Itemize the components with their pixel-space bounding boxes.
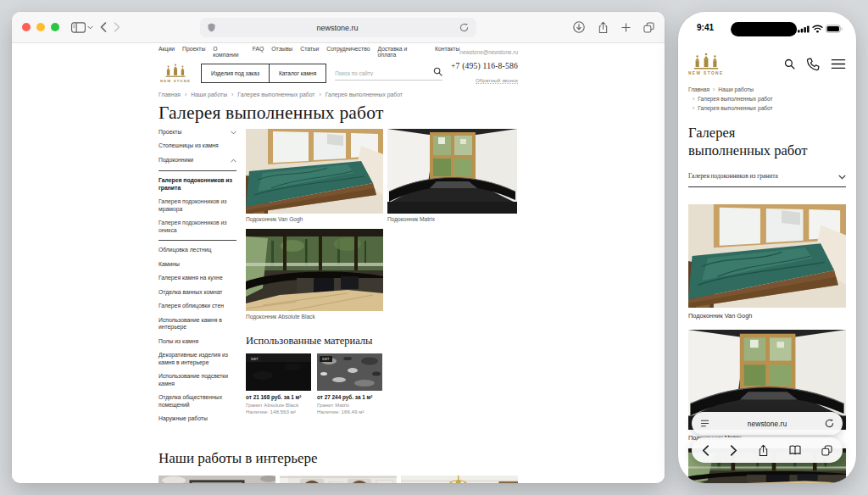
works-title: Наши работы в интерьере <box>159 450 518 467</box>
interior-works-row <box>159 476 518 483</box>
callback-link[interactable]: Обратный звонок <box>476 77 518 84</box>
gallery-main: Подоконник Van Gogh Подоконник Matrix По… <box>246 129 518 430</box>
sidebar-item-kitchen[interactable]: Галерея камня на кухне <box>159 275 236 281</box>
forward-button[interactable] <box>114 22 120 32</box>
interior-work-photo-2[interactable] <box>280 476 397 483</box>
van-gogh-windowsill-photo[interactable] <box>246 129 383 214</box>
sidebar-item-fireplaces[interactable]: Камины <box>159 261 236 268</box>
tabs-icon[interactable] <box>821 445 832 456</box>
gallery-item-absolute-black[interactable]: Подоконник Absolute Black <box>246 229 518 320</box>
category-dropdown[interactable]: Галерея подоконников из гранита <box>688 172 846 187</box>
share-icon[interactable] <box>598 21 609 34</box>
url-text: newstone.ru <box>215 24 459 32</box>
tab-overview-icon[interactable] <box>643 22 654 33</box>
breadcrumb-gallery[interactable]: Галерея выполненных работ <box>237 92 314 97</box>
sidebar-item-public-spaces[interactable]: Отделка общественных помещений <box>159 394 236 409</box>
wifi-icon <box>812 25 823 33</box>
search-icon[interactable] <box>433 67 442 76</box>
phone-icon[interactable] <box>806 58 820 71</box>
fullscreen-button[interactable] <box>51 23 59 31</box>
sidebar-item-countertops[interactable]: Столешницы из камня <box>159 142 236 149</box>
breadcrumb-separator: › <box>185 92 186 97</box>
back-button[interactable] <box>100 22 107 32</box>
new-tab-icon[interactable] <box>621 23 631 32</box>
custom-products-button[interactable]: Изделия под заказ <box>201 64 270 83</box>
sidebar-item-outdoor[interactable]: Наружные работы <box>159 415 236 422</box>
nav-link-contacts[interactable]: Контакты <box>435 46 459 58</box>
nav-link-reviews[interactable]: Отзывы <box>271 46 292 58</box>
share-icon[interactable] <box>758 444 769 457</box>
email-link[interactable]: newstone@newstone.ru <box>459 49 518 55</box>
mobile-address-bar[interactable]: newstone.ru <box>692 412 843 435</box>
nav-link-faq[interactable]: FAQ <box>253 46 264 58</box>
reload-icon[interactable] <box>825 419 834 428</box>
nav-link-about[interactable]: О компании <box>213 46 244 58</box>
nav-link-promos[interactable]: Акции <box>159 46 175 58</box>
matrix-windowsill-photo[interactable] <box>387 129 517 214</box>
dropdown-label: Галерея подоконников из гранита <box>688 172 778 180</box>
site-search[interactable] <box>335 67 442 81</box>
sidebar-item-lighting[interactable]: Использование подсветки камня <box>159 373 236 387</box>
van-gogh-windowsill-photo[interactable] <box>688 204 846 308</box>
breadcrumb-home[interactable]: Главная <box>688 86 709 95</box>
nav-link-delivery[interactable]: Доставка и оплата <box>377 46 427 58</box>
address-bar[interactable]: newstone.ru <box>200 18 476 37</box>
nav-link-articles[interactable]: Статьи <box>300 46 319 58</box>
interior-work-photo-3[interactable] <box>401 476 518 483</box>
sidebar-subitem-onyx[interactable]: Галерея подоконников из оникса <box>159 220 236 235</box>
sidebar-item-floors[interactable]: Полы из камня <box>159 338 236 345</box>
nav-link-cooperation[interactable]: Сотрудничество <box>326 46 370 58</box>
search-input[interactable] <box>335 70 433 76</box>
material-card-absolute-black[interactable]: ХИТ от 21 168 руб. за 1 м² Гранит Absolu… <box>246 353 311 414</box>
interior-work-photo-1[interactable] <box>159 476 275 483</box>
toolbar-actions <box>573 21 654 34</box>
search-icon[interactable] <box>784 58 795 70</box>
absolute-black-windowsill-photo[interactable] <box>246 229 383 311</box>
gallery-item-van-gogh[interactable]: Подоконник Van Gogh <box>246 129 383 222</box>
minimize-button[interactable] <box>36 23 45 31</box>
sidebar-item-bathrooms[interactable]: Отделка ванных комнат <box>159 289 236 296</box>
sidebar-toggle-icon[interactable] <box>71 22 93 33</box>
sidebar-item-interior-stone[interactable]: Использование камня в интерьере <box>159 317 236 331</box>
breadcrumb: Главная › Наши работы › Галерея выполнен… <box>159 92 518 97</box>
reload-icon[interactable] <box>459 23 469 32</box>
divider <box>159 170 236 171</box>
downloads-icon[interactable] <box>573 21 585 33</box>
sidebar-subitem-marble[interactable]: Галерея подоконников из мрамора <box>159 198 236 214</box>
back-icon[interactable] <box>702 445 709 456</box>
safari-window: newstone.ru Акции Проекты О компании FAQ <box>12 12 665 483</box>
nav-link-projects[interactable]: Проекты <box>182 46 205 58</box>
chevron-up-icon <box>231 159 236 163</box>
material-stock: Наличие: 166.49 м² <box>317 409 382 414</box>
mobile-site-logo[interactable]: NEW STONE <box>688 53 724 75</box>
breadcrumb-our-works[interactable]: Наши работы <box>718 86 754 95</box>
gallery-caption: Подоконник Van Gogh <box>688 312 846 320</box>
menu-icon[interactable] <box>831 58 846 70</box>
sidebar-item-windowsills[interactable]: Подоконники <box>159 157 236 164</box>
mobile-header-icons <box>784 58 846 71</box>
sidebar-subitem-granite[interactable]: Галерея подоконников из гранита <box>159 177 236 192</box>
breadcrumb-separator: › <box>693 104 694 114</box>
sidebar-item-walls[interactable]: Галерея облицовки стен <box>159 303 236 309</box>
stone-catalog-button[interactable]: Каталог камня <box>269 64 326 83</box>
phone-number[interactable]: +7 (495) 116-8-586 <box>451 61 518 70</box>
breadcrumb-separator: › <box>693 95 694 104</box>
site-logo[interactable]: NEW STONE <box>159 64 192 83</box>
breadcrumb-our-works[interactable]: Наши работы <box>191 92 227 97</box>
material-name[interactable]: Гранит Matrix <box>317 402 382 408</box>
breadcrumb-gallery[interactable]: Галерея выполненных работ <box>698 95 772 104</box>
bookmarks-icon[interactable] <box>789 445 801 455</box>
breadcrumb-home[interactable]: Главная <box>159 92 181 97</box>
material-name[interactable]: Гранит Absolute Black <box>246 402 311 408</box>
sidebar-item-projects[interactable]: Проекты <box>159 129 236 136</box>
sidebar-item-stairs[interactable]: Облицовка лестниц <box>159 247 236 253</box>
gallery-item-van-gogh[interactable]: Подоконник Van Gogh <box>688 204 846 320</box>
signal-icon <box>798 25 810 33</box>
close-button[interactable] <box>22 23 31 31</box>
page-menu-icon[interactable] <box>700 419 709 428</box>
forward-icon[interactable] <box>730 445 737 456</box>
gallery-item-matrix[interactable]: Подоконник Matrix <box>387 129 517 222</box>
material-card-matrix[interactable]: ХИТ от 27 244 руб. за 1 м² Гранит Matrix… <box>317 353 382 414</box>
breadcrumb-separator: › <box>713 86 715 95</box>
sidebar-item-decorative[interactable]: Декоративные изделия из камня в интерьер… <box>159 352 236 366</box>
